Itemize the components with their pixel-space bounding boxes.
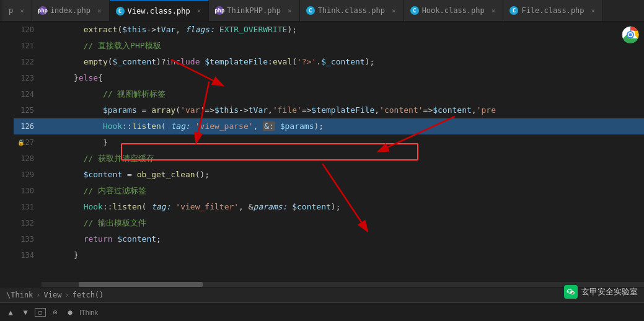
line-number-131: 131	[14, 199, 42, 215]
code-line-134: 134 }	[14, 247, 644, 263]
line-number-134: 134	[14, 247, 42, 263]
svg-point-11	[570, 291, 571, 292]
code-line-130: 130 // 内容过滤标签	[14, 183, 644, 199]
line-content-129: $content = ob_get_clean();	[42, 167, 644, 183]
svg-point-14	[573, 292, 573, 293]
line-number-124: 124	[14, 86, 42, 102]
line-content-121: // 直接载入PHP模板	[42, 38, 644, 54]
tab-p-label: p	[9, 6, 13, 15]
line-number-122: 122	[14, 54, 42, 70]
line-number-129: 129	[14, 167, 42, 183]
breadcrumb-fetch: fetch()	[73, 291, 104, 299]
line-number-130: 130	[14, 183, 42, 199]
line-number-121: 121	[14, 38, 42, 54]
tab-view-class-php-label: View.class.php	[128, 7, 190, 15]
code-line-120: 120 extract($this->tVar, flags: EXTR_OVE…	[14, 22, 644, 38]
svg-point-13	[571, 292, 572, 293]
line-number-127: 🔒 127	[14, 134, 42, 151]
tab-thinkphp-php[interactable]: php ThinkPHP.php ×	[209, 0, 299, 22]
code-line-129: 129 $content = ob_get_clean();	[14, 167, 644, 183]
tab-index-php[interactable]: php index.php ×	[32, 0, 110, 22]
tab-think-class-php-close[interactable]: ×	[390, 6, 397, 15]
line-content-128: // 获取并清空缓存	[42, 151, 644, 167]
code-line-125: 125 $params = array('var'=>$this->tVar,'…	[14, 102, 644, 118]
code-line-121: 121 // 直接载入PHP模板	[14, 38, 644, 54]
breadcrumb-think: \Think	[6, 291, 33, 299]
code-line-133: 133 return $content;	[14, 231, 644, 247]
tab-think-class-php[interactable]: C Think.class.php ×	[300, 0, 404, 22]
line-content-127: }	[42, 134, 644, 151]
tab-view-class-php-close[interactable]: ×	[196, 6, 203, 15]
line-number-126: 126	[14, 118, 42, 134]
tab-hook-class-php-icon: C	[410, 6, 419, 15]
breadcrumb-sep-2: ›	[65, 291, 69, 299]
watermark-text: 玄甲安全实验室	[581, 286, 638, 297]
terminal-icon[interactable]: □	[35, 308, 46, 317]
line-content-125: $params = array('var'=>$this->tVar,'file…	[42, 102, 644, 118]
dot-icon[interactable]: ●	[64, 307, 76, 318]
code-line-128: 128 // 获取并清空缓存	[14, 151, 644, 167]
tab-bar: p × php index.php × C View.class.php × p…	[0, 0, 644, 22]
settings-icon[interactable]: ⊙	[50, 307, 61, 318]
tab-view-class-php-icon: C	[116, 7, 125, 15]
line-content-123: }else{	[42, 70, 644, 86]
bottom-bar: ▲ ▼ □ ⊙ ● IThink	[0, 302, 644, 321]
code-line-123: 123 }else{	[14, 70, 644, 86]
svg-point-10	[568, 291, 570, 292]
status-bar: \Think › View › fetch()	[0, 287, 644, 302]
tab-think-class-php-icon: C	[306, 6, 315, 15]
line-number-123: 123	[14, 70, 42, 86]
ithink-label: IThink	[79, 309, 98, 316]
tab-thinkphp-php-icon: php	[215, 6, 224, 15]
tab-hook-class-php[interactable]: C Hook.class.php ×	[404, 0, 504, 22]
breadcrumb-sep-1: ›	[36, 291, 40, 299]
line-number-120: 120	[14, 22, 42, 38]
code-line-126: 126 Hook::listen( tag: 'view_parse', &: …	[14, 118, 644, 134]
tab-p-close[interactable]: ×	[19, 6, 25, 15]
svg-point-9	[567, 289, 572, 293]
tab-file-class-php-close[interactable]: ×	[590, 6, 597, 15]
horizontal-scrollbar[interactable]	[42, 282, 644, 287]
line-content-130: // 内容过滤标签	[42, 183, 644, 199]
scrollbar-thumb[interactable]	[79, 282, 203, 287]
tab-file-class-php[interactable]: C File.class.php ×	[503, 0, 603, 22]
tab-think-class-php-label: Think.class.php	[318, 6, 385, 15]
editor: 120 extract($this->tVar, flags: EXTR_OVE…	[14, 22, 644, 287]
line-content-124: // 视图解析标签	[42, 86, 644, 102]
line-number-125: 125	[14, 102, 42, 118]
code-line-132: 132 // 输出模板文件	[14, 215, 644, 231]
breadcrumb-view: View	[44, 291, 62, 299]
line-content-131: Hook::listen( tag: 'view_filter', &param…	[42, 199, 644, 215]
tab-file-class-php-label: File.class.php	[521, 6, 584, 15]
arrow-up-icon[interactable]: ▲	[5, 307, 16, 318]
tab-thinkphp-php-label: ThinkPHP.php	[227, 6, 281, 15]
watermark: 玄甲安全实验室	[564, 285, 638, 299]
tab-index-php-close[interactable]: ×	[96, 6, 103, 15]
line-content-134: }	[42, 247, 644, 263]
chrome-icon	[622, 26, 639, 46]
line-content-132: // 输出模板文件	[42, 215, 644, 231]
line-content-126: Hook::listen( tag: 'view_parse', &: $par…	[42, 118, 644, 134]
tab-file-class-php-icon: C	[509, 6, 518, 15]
code-line-122: 122 empty($_content)?include $templateFi…	[14, 54, 644, 70]
tab-p[interactable]: p ×	[2, 0, 32, 22]
line-content-122: empty($_content)?include $templateFile:e…	[42, 54, 644, 70]
code-area: 120 extract($this->tVar, flags: EXTR_OVE…	[14, 22, 644, 287]
tab-thinkphp-php-close[interactable]: ×	[286, 6, 293, 15]
tab-hook-class-php-label: Hook.class.php	[422, 6, 485, 15]
line-number-133: 133	[14, 231, 42, 247]
line-number-128: 128	[14, 151, 42, 167]
tab-index-php-label: index.php	[50, 6, 90, 15]
tab-hook-class-php-close[interactable]: ×	[490, 6, 497, 15]
arrow-down-icon[interactable]: ▼	[20, 307, 31, 318]
line-content-133: return $content;	[42, 231, 644, 247]
code-line-131: 131 Hook::listen( tag: 'view_filter', &p…	[14, 199, 644, 215]
code-line-124: 124 // 视图解析标签	[14, 86, 644, 102]
line-number-132: 132	[14, 215, 42, 231]
code-line-127: 🔒 127 }	[14, 134, 644, 151]
wechat-icon	[564, 285, 578, 299]
tab-index-php-icon: php	[38, 6, 47, 15]
line-content-120: extract($this->tVar, flags: EXTR_OVERWRI…	[42, 22, 644, 38]
svg-point-8	[629, 33, 632, 37]
tab-view-class-php[interactable]: C View.class.php ×	[110, 0, 210, 22]
